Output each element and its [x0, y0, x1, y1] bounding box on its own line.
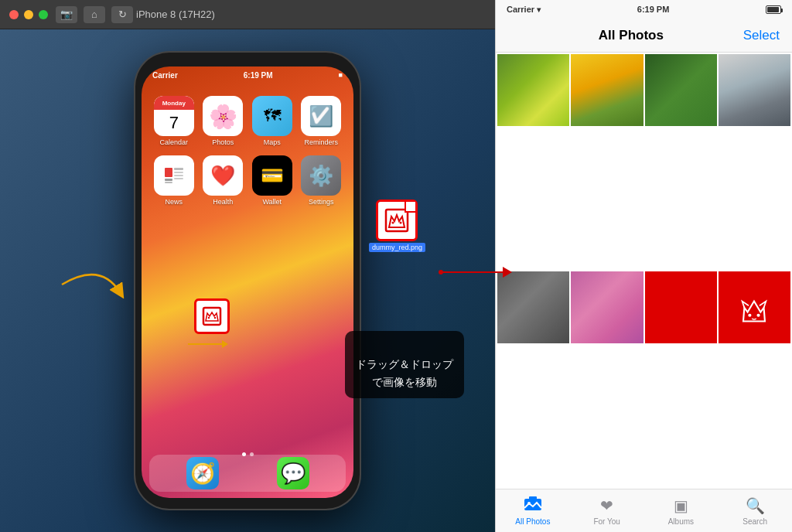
svg-rect-6: [174, 175, 183, 176]
photos-title: All Photos: [599, 28, 664, 43]
carrier-label: Carrier: [152, 71, 178, 80]
tab-search-label: Search: [742, 517, 767, 526]
middle-arrow: [441, 267, 512, 278]
svg-rect-5: [174, 172, 183, 173]
ios-statusbar: Carrier 6:19 PM ■: [142, 66, 353, 84]
for-you-icon: ❤: [600, 496, 613, 515]
fox-silhouette: [732, 286, 776, 329]
svg-rect-4: [174, 168, 183, 170]
app-calendar-label: Calendar: [159, 138, 188, 146]
app-news[interactable]: News: [149, 151, 199, 210]
svg-point-11: [214, 317, 216, 319]
photo-cell-3[interactable]: [645, 54, 717, 126]
app-calendar[interactable]: Monday 7 Calendar: [149, 91, 199, 151]
photo-cell-4[interactable]: [719, 54, 790, 126]
app-maps-label: Maps: [264, 138, 281, 146]
svg-point-16: [749, 313, 752, 316]
svg-rect-1: [165, 168, 172, 177]
iphone-device: Carrier 6:19 PM ■ Monday 7 Calendar: [135, 53, 360, 509]
dragged-file-screen: [194, 298, 230, 334]
tab-search[interactable]: 🔍 Search: [718, 489, 792, 532]
health-icon: ❤️: [203, 155, 243, 196]
screenshot-icon[interactable]: 📷: [56, 6, 77, 23]
app-settings[interactable]: ⚙️ Settings: [297, 151, 346, 210]
simulator-toolbar: 📷 ⌂ ↻: [56, 6, 133, 23]
all-photos-icon: [524, 496, 542, 515]
reminders-icon: ☑️: [301, 96, 341, 136]
svg-point-10: [208, 317, 210, 319]
photo-cell-1[interactable]: [497, 54, 569, 126]
photos-statusbar: Carrier ▾ 6:19 PM: [496, 0, 792, 19]
photo-cell-2[interactable]: [571, 54, 643, 126]
photos-navbar: ⬅ All Photos Select: [496, 19, 792, 53]
photos-icon: 🌸: [203, 96, 243, 136]
photo-cell-6[interactable]: [571, 271, 643, 343]
svg-rect-20: [529, 496, 537, 500]
rotate-icon[interactable]: ↻: [111, 6, 133, 23]
app-grid: Monday 7 Calendar 🌸 Photos 🗺 Maps: [142, 88, 353, 213]
dock-messages-icon[interactable]: 💬: [277, 457, 309, 489]
arrow-in-screen: [188, 340, 228, 348]
tab-all-photos-label: All Photos: [515, 517, 550, 526]
annotation-text: ドラッグ＆ドロップ で画像を移動: [356, 358, 453, 387]
dragged-file-icon: [376, 200, 418, 241]
photos-panel: Carrier ▾ 6:19 PM ⬅ All Photos Select: [495, 0, 792, 532]
app-reminders[interactable]: ☑️ Reminders: [297, 91, 346, 151]
photos-select-button[interactable]: Select: [743, 28, 780, 43]
photos-battery: [766, 5, 781, 14]
tab-albums[interactable]: ▣ Albums: [644, 489, 719, 532]
dragged-file-desktop: dummy_red.png: [369, 200, 425, 252]
app-photos[interactable]: 🌸 Photos: [199, 91, 248, 151]
annotation-bubble: ドラッグ＆ドロップ で画像を移動: [345, 331, 464, 398]
app-wallet-label: Wallet: [262, 198, 282, 206]
photos-time: 6:19 PM: [637, 5, 670, 14]
svg-point-14: [392, 222, 394, 224]
svg-point-17: [757, 313, 760, 316]
photos-grid: [496, 53, 792, 489]
app-wallet[interactable]: 💳 Wallet: [248, 151, 297, 210]
photos-tabbar: All Photos ❤ For You ▣ Albums 🔍 Search: [496, 489, 792, 532]
traffic-lights: [9, 10, 48, 19]
calendar-header: Monday: [154, 96, 194, 110]
simulator-panel: 📷 ⌂ ↻ iPhone 8 (17H22) Carrier 6:19 PM ■: [0, 0, 495, 532]
app-maps[interactable]: 🗺 Maps: [248, 91, 297, 151]
iphone-screen: Carrier 6:19 PM ■ Monday 7 Calendar: [142, 66, 353, 498]
iphone-area: Carrier 6:19 PM ■ Monday 7 Calendar: [0, 29, 495, 532]
dragged-file-screen-icon: [194, 298, 230, 334]
news-icon: [154, 155, 194, 196]
app-health-label: Health: [213, 198, 233, 206]
tab-all-photos[interactable]: All Photos: [496, 489, 570, 532]
app-news-label: News: [165, 198, 183, 206]
tab-for-you[interactable]: ❤ For You: [570, 489, 644, 532]
svg-rect-7: [174, 178, 183, 179]
file-corner: [405, 202, 415, 213]
home-icon[interactable]: ⌂: [84, 6, 105, 23]
app-health[interactable]: ❤️ Health: [199, 151, 248, 210]
ios-dock: 🧭 💬: [149, 455, 346, 492]
close-button[interactable]: [9, 10, 19, 19]
wallet-icon: 💳: [252, 155, 292, 196]
photo-cell-7[interactable]: [645, 271, 717, 343]
minimize-button[interactable]: [24, 10, 33, 19]
app-photos-label: Photos: [212, 138, 234, 146]
arrow-line: [188, 343, 222, 345]
search-icon: 🔍: [746, 496, 765, 515]
maps-icon: 🗺: [252, 96, 292, 136]
arrow-head: [222, 340, 228, 348]
maximize-button[interactable]: [39, 10, 48, 19]
svg-point-15: [400, 222, 402, 224]
simulator-titlebar: 📷 ⌂ ↻ iPhone 8 (17H22): [0, 0, 495, 29]
photos-carrier: Carrier ▾: [507, 5, 541, 14]
dock-safari-icon[interactable]: 🧭: [186, 457, 219, 489]
middle-arrow-line: [441, 271, 503, 273]
photo-cell-8[interactable]: [719, 271, 790, 343]
middle-arrow-head: [503, 267, 512, 278]
simulator-title: iPhone 8 (17H22): [136, 9, 486, 20]
calendar-date: 7: [169, 110, 179, 136]
calendar-icon: Monday 7: [154, 96, 194, 136]
settings-icon: ⚙️: [301, 155, 341, 196]
app-settings-label: Settings: [309, 198, 334, 206]
photo-cell-5[interactable]: [497, 271, 569, 343]
time-label: 6:19 PM: [244, 71, 273, 80]
dragged-file-name: dummy_red.png: [369, 243, 425, 252]
